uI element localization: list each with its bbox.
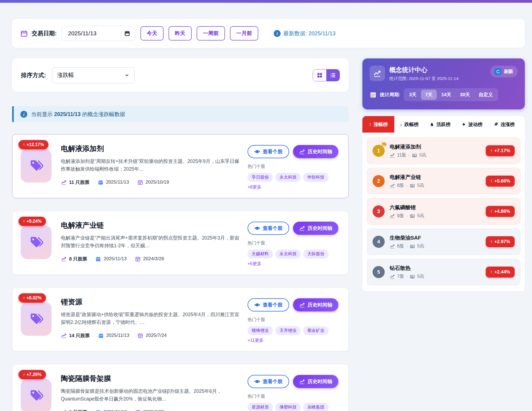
- period-label: 统计周期:: [380, 92, 400, 98]
- timeline-chart-icon: [299, 225, 305, 231]
- stats-center-panel: 概念统计中心 统计范围: 2025-11-07 至 2025-11-14 刷新 …: [362, 58, 525, 109]
- stock-tag[interactable]: 赣锋锂业: [248, 326, 273, 335]
- concept-card: ↑+9.24% 电解液产业链 电解液产业链是“产能出清尾声+需求复苏初期”的拐点…: [12, 211, 349, 275]
- calendar-purple-icon: [135, 409, 141, 411]
- stock-tag[interactable]: 佛塑科技: [275, 403, 301, 411]
- stock-tag[interactable]: 紫金矿业: [303, 326, 329, 335]
- quick-date-month-ago-button[interactable]: 一月前: [230, 26, 258, 41]
- rank-item[interactable]: 4 生物柴油SAF 8股 · 5讯 ↑+2.97%: [367, 229, 520, 255]
- rank-number: 5: [373, 266, 385, 278]
- news-icon: [410, 213, 415, 219]
- period-3d[interactable]: 3天: [405, 90, 420, 100]
- period-14d[interactable]: 14天: [437, 90, 455, 100]
- rank-item[interactable]: 5 钻石散热 7股 · 5讯 ↑+2.44%: [367, 259, 520, 285]
- rank-number: 2: [373, 175, 385, 187]
- rank-item[interactable]: 3 六氟磷酸锂 9股 · 5讯 ↑+4.86%: [367, 198, 520, 225]
- change-badge: ↑+12.17%: [18, 140, 48, 149]
- history-timeline-button[interactable]: 历史时间轴: [293, 298, 338, 311]
- rank-news-count: 5讯: [417, 213, 424, 219]
- latest-date: 2025/11/13: [106, 179, 129, 185]
- latest-data-note: i 最新数据: 2025/11/13: [274, 30, 336, 37]
- history-timeline-button[interactable]: 历史时间轴: [293, 222, 338, 235]
- rank-item[interactable]: 1 电解液添加剂 11股 · 5讯 ↑+7.17%: [367, 138, 520, 164]
- quick-date-today-button[interactable]: 今天: [140, 26, 164, 41]
- stock-tag[interactable]: 星源材质: [248, 403, 273, 411]
- rank-change-badge: ↑+7.17%: [486, 145, 515, 156]
- more-stocks-link[interactable]: +5更多: [248, 261, 261, 267]
- news-icon: [410, 183, 415, 188]
- stock-tag[interactable]: 永太科技: [275, 173, 301, 182]
- concept-title: 电解液添加剂: [61, 144, 240, 154]
- stock-tag[interactable]: 永太科技: [275, 249, 301, 259]
- refresh-icon: [495, 68, 501, 75]
- calendar-icon: [20, 30, 28, 37]
- current-view-banner: i 当前显示 2025/11/13 的概念涨跌幅数据: [12, 106, 349, 122]
- grid-view-button[interactable]: [313, 69, 326, 81]
- stock-tag[interactable]: 天际股份: [303, 249, 329, 259]
- quick-date-week-ago-button[interactable]: 一周前: [197, 26, 225, 41]
- sort-select-value: 涨跌幅: [57, 71, 74, 79]
- view-stocks-button[interactable]: 查看个股: [248, 222, 289, 235]
- view-stocks-button[interactable]: 查看个股: [248, 298, 289, 311]
- stock-tag[interactable]: 孚日股份: [248, 173, 273, 182]
- tab-gainers[interactable]: ↑涨幅榜: [362, 116, 394, 133]
- news-icon: [410, 244, 415, 249]
- view-stocks-button[interactable]: 查看个股: [248, 375, 289, 388]
- date-input[interactable]: 2025/11/13: [62, 26, 135, 41]
- period-7d[interactable]: 7天: [421, 90, 436, 100]
- stats-chart-icon-box: [370, 66, 385, 81]
- stock-tag[interactable]: 东峰集团: [303, 403, 329, 411]
- eye-icon: [254, 302, 260, 308]
- calendar-purple-icon: [135, 256, 141, 262]
- concept-description: 锂资源是“政策驱动+供给收缩”双重逻辑共振的投资主题。2025年4月，四川雅江官…: [61, 311, 240, 326]
- sort-select[interactable]: 涨跌幅: [52, 67, 135, 83]
- stock-chart-icon: [61, 333, 67, 339]
- rank-change-badge: ↑+2.97%: [486, 236, 515, 247]
- stock-tag[interactable]: 华软科技: [303, 173, 329, 182]
- history-timeline-button[interactable]: 历史时间轴: [293, 375, 338, 388]
- tag-icon: [29, 312, 43, 326]
- latest-date: 2025/11/13: [106, 333, 129, 338]
- more-stocks-link[interactable]: +11更多: [248, 338, 264, 343]
- rank-news-count: 5讯: [417, 243, 424, 249]
- more-stocks-link[interactable]: +8更多: [248, 184, 261, 190]
- change-badge: ↑+7.29%: [18, 370, 46, 379]
- start-date: 2024/3/26: [143, 256, 164, 262]
- period-30d[interactable]: 30天: [456, 90, 474, 100]
- calendar-picker-icon[interactable]: [124, 30, 130, 36]
- concept-description: 陶瓷隔膜骨架膜是技术创新驱动的固态电池产业链β升级主题。2025年6月，Quan…: [61, 387, 240, 403]
- list-view-button[interactable]: [326, 69, 340, 81]
- stock-count: 8 只股票: [69, 409, 87, 411]
- stock-tag[interactable]: 天赐材料: [248, 249, 273, 259]
- date-input-value: 2025/11/13: [68, 30, 97, 37]
- rank-stock-count: 9股: [397, 213, 404, 219]
- stock-tag[interactable]: 天齐锂业: [275, 326, 301, 335]
- tab-streak[interactable]: 连涨榜: [488, 116, 520, 133]
- quick-date-yesterday-button[interactable]: 昨天: [169, 26, 192, 41]
- latest-data-text: 最新数据: 2025/11/13: [283, 30, 336, 37]
- start-date: 2025/6/25: [143, 409, 164, 411]
- history-timeline-button[interactable]: 历史时间轴: [293, 145, 338, 158]
- trade-date-label: 交易日期:: [32, 29, 57, 37]
- refresh-button[interactable]: 刷新: [490, 66, 518, 77]
- view-toggle: [313, 69, 340, 81]
- concept-title: 陶瓷隔膜骨架膜: [61, 374, 240, 383]
- start-date: 2025/10/19: [146, 179, 169, 185]
- tab-volatility[interactable]: 波动榜: [456, 116, 488, 133]
- period-selector: 3天 7天 14天 30天 自定义: [404, 88, 498, 101]
- calendar-blue-icon: [98, 333, 104, 339]
- rank-change-badge: ↑+4.86%: [486, 206, 515, 217]
- rank-item[interactable]: 2 电解液产业链 8股 · 5讯 ↑+5.66%: [367, 168, 520, 194]
- hot-stocks-label: 热门个股: [248, 164, 340, 170]
- stock-chart-icon: [61, 179, 67, 185]
- top-accent-bar: [0, 0, 532, 3]
- rank-concept-name: 钻石散热: [390, 265, 424, 272]
- view-stocks-button[interactable]: 查看个股: [248, 145, 289, 158]
- grid-icon: [317, 72, 323, 78]
- period-custom[interactable]: 自定义: [474, 90, 497, 100]
- rank-stock-count: 8股: [397, 183, 404, 189]
- concept-description: 电解液产业链是“产能出清尾声+需求复苏初期”的拐点型投资主题。2025年3月，新…: [61, 234, 240, 250]
- droplet-icon: [430, 122, 434, 127]
- tab-losers[interactable]: ↓跌幅榜: [394, 116, 424, 133]
- tab-active[interactable]: 活跃榜: [424, 116, 456, 133]
